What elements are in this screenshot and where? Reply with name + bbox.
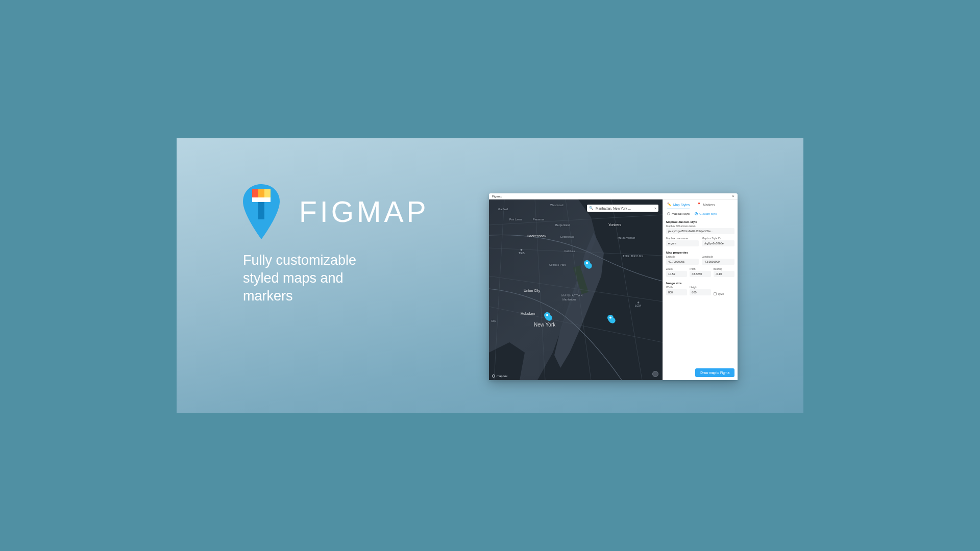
plugin-sidebar: ✏️ Map Styles 📍 Markers Mapbox style [663,199,738,380]
label-username: Mapbox user name [666,237,699,240]
brand-block: FIGMAP Fully customizable styled maps an… [243,184,462,305]
label-hackensack: Hackensack [527,234,546,238]
map-pin-icon[interactable] [544,312,550,320]
input-username[interactable]: ergum [666,240,699,246]
label-yonkers: Yonkers [608,223,621,227]
svg-point-8 [609,317,611,319]
svg-rect-0 [252,189,258,197]
label-zoom: Zoom [666,267,687,270]
promo-banner: FIGMAP Fully customizable styled maps an… [177,138,803,413]
input-zoom[interactable]: 10.52 [666,271,687,277]
plugin-titlebar: Figmap × [489,193,738,199]
svg-point-6 [586,262,588,264]
input-styleid[interactable]: ckg8ps8o02b5e [702,240,734,246]
label-mtvernon: Mount Vernon [618,236,635,239]
label-fortlee: Fort Lee [565,249,575,253]
input-bearing[interactable]: -0.10 [714,271,734,277]
label-garfield: Garfield [498,208,508,211]
label-lng: Longitude [702,255,734,258]
label-bronx: THE BRONX [623,255,644,258]
svg-point-7 [546,314,548,316]
input-lng[interactable]: -73.9596999 [702,259,734,265]
label-token: Mapbox API access token [666,224,734,228]
svg-rect-2 [264,189,271,197]
heading-image-size: Image size [666,282,734,285]
map-pin-icon[interactable] [584,260,590,268]
label-pitch: Pitch [690,267,710,270]
svg-rect-4 [258,202,264,219]
label-englewood: Englewood [560,235,574,238]
label-bearing: Bearing [714,267,734,270]
label-fairlawn: Fair Lawn [509,218,522,221]
close-icon[interactable]: × [732,194,734,198]
label-manhattan-area: MANHATTAN [561,294,583,297]
label-city: City [491,319,496,322]
airport-teb-icon: ✈TEB [519,248,525,255]
plugin-title: Figmap [492,195,502,198]
clear-search-icon[interactable]: × [654,207,656,210]
figmap-logo-icon [243,184,280,239]
mapbox-logo-icon [492,374,495,378]
label-unioncity: Union City [524,289,540,292]
pin-icon: 📍 [697,203,701,207]
brand-tagline: Fully customizable styled maps and marke… [243,252,396,305]
input-pitch[interactable]: 48.3230 [690,271,710,277]
brush-icon: ✏️ [667,203,672,207]
map-pin-icon[interactable] [607,315,614,323]
tab-map-styles[interactable]: ✏️ Map Styles [667,203,690,209]
map-search-box: 🔍 Manhattan, New York ... × [587,205,658,212]
tab-markers[interactable]: 📍 Markers [697,203,715,209]
label-westwood: Westwood [550,204,564,207]
input-token[interactable]: pk.eyJ1IjoiZXJndW0iLCJhIjoiY2lw... [666,228,734,234]
heading-custom-style: Mapbox custom style [666,220,734,223]
search-input[interactable]: Manhattan, New York ... [596,207,652,210]
map-canvas[interactable]: Garfield Fair Lawn Paramus Westwood Berg… [489,199,663,380]
checkbox-retina[interactable]: @2x [714,292,734,295]
label-paramus: Paramus [533,218,544,221]
label-lat: Latitude [666,255,699,258]
radio-custom-style[interactable]: Custom style [695,212,717,215]
brand-name: FIGMAP [299,195,429,229]
label-cliffside: Cliffside Park [549,263,566,266]
svg-rect-3 [252,197,271,202]
heading-map-props: Map properties [666,251,734,254]
label-manhattan: Manhattan [562,298,576,301]
airport-lga-icon: ✈LGA [635,300,641,307]
input-lat[interactable]: 40.79029995 [666,259,699,265]
input-width[interactable]: 800 [666,289,687,295]
label-newyork: New York [534,322,555,328]
svg-rect-1 [258,189,264,197]
map-attribution: mapbox [492,374,507,378]
label-styleid: Mapbox Style ID [702,237,734,240]
search-icon[interactable]: 🔍 [589,206,594,210]
map-vector [489,199,663,380]
input-height[interactable]: 600 [690,289,710,295]
plugin-window: Figmap × [489,193,738,380]
label-width: Width [666,286,687,289]
radio-mapbox-style[interactable]: Mapbox style [667,212,690,215]
draw-map-button[interactable]: Draw map to Figma [695,368,734,377]
label-height: Height [690,286,710,289]
label-bergenfield: Bergenfield [555,223,570,227]
label-hoboken: Hoboken [521,312,535,315]
map-compass-icon[interactable] [652,371,658,377]
